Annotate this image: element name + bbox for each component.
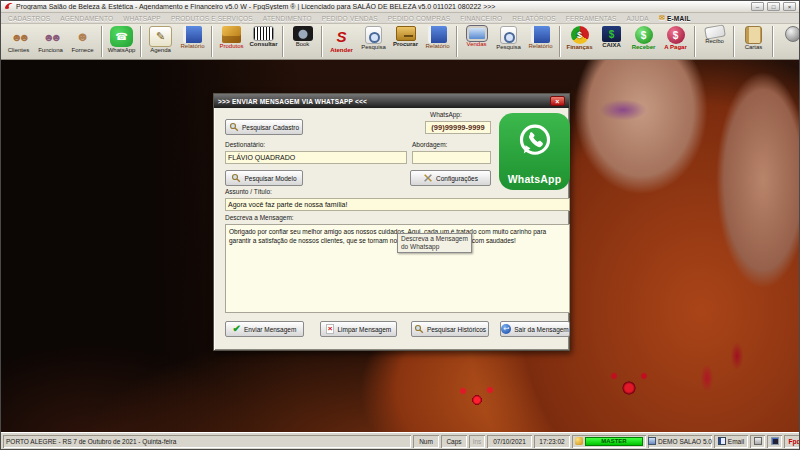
toolbar-button-produtos[interactable]: Produtos <box>216 25 247 50</box>
toolbar-button-relatorio-agenda[interactable]: Relatório <box>177 25 208 50</box>
menu-financeiro[interactable]: FINANCEIRO <box>460 15 502 22</box>
menu-pedido-compras[interactable]: PEDIDO COMPRAS <box>388 15 450 22</box>
status-database: DEMO SALAO 5.0 <box>658 438 712 445</box>
whatsapp-icon <box>110 26 133 47</box>
menu-whatsapp[interactable]: WHATSAPP <box>123 15 161 22</box>
toolbar-button-moedas[interactable] <box>777 25 800 42</box>
menubar: CADASTROS AGENDAMENTO WHATSAPP PRODUTOS … <box>1 13 799 24</box>
toolbar-label: Fornece <box>71 47 93 54</box>
status-email: Email <box>728 438 744 445</box>
toolbar-label: Pesquisa <box>361 44 386 51</box>
toolbar-button-atender[interactable]: Atender <box>326 25 357 54</box>
search-template-label: Pesquisar Modelo <box>244 175 296 182</box>
toolbar-button-pesquisa-vendas[interactable]: Pesquisa <box>493 25 524 51</box>
close-button[interactable]: × <box>783 2 796 11</box>
toolbar-label: Produtos <box>219 43 243 50</box>
toolbar-label: Atender <box>330 47 353 54</box>
approach-field[interactable] <box>412 151 491 164</box>
status-brand: FpqSystem <box>784 435 800 448</box>
tooltip-line2: do Whatsapp <box>401 243 468 251</box>
send-message-button[interactable]: ✔ Enviar Mensagem <box>225 321 304 337</box>
cashier-icon <box>602 26 621 42</box>
search-history-button[interactable]: Pesquisar Históricos <box>411 321 489 337</box>
search-template-button[interactable]: Pesquisar Modelo <box>225 170 303 186</box>
toolbar-separator <box>282 26 284 57</box>
toolbar-separator <box>140 26 142 57</box>
toolbar-button-procurar[interactable]: Procurar <box>390 25 421 48</box>
menu-ajuda[interactable]: AJUDA <box>627 15 649 22</box>
toolbar-button-cartas[interactable]: Cartas <box>738 25 769 51</box>
check-icon: ✔ <box>233 324 241 334</box>
app-logo-icon <box>4 2 13 11</box>
barcode-icon <box>253 26 274 41</box>
toolbar-button-fornecedores[interactable]: Fornece <box>67 25 98 54</box>
clear-icon: × <box>326 324 335 334</box>
send-message-label: Enviar Mensagem <box>244 326 296 333</box>
search-history-label: Pesquisar Históricos <box>427 326 486 333</box>
toolbar-label: Pesquisa <box>496 44 521 51</box>
menu-email[interactable]: ✉E-MAIL <box>659 14 691 22</box>
toolbar-button-caixa[interactable]: CAIXA <box>596 25 627 49</box>
products-icon <box>222 26 241 43</box>
toolbar-label: Funciona <box>38 47 63 54</box>
toolbar-label: Receber <box>632 44 656 51</box>
recipient-field[interactable]: FLÁVIO QUADRADO <box>225 151 407 164</box>
report-icon <box>531 26 550 43</box>
whatsapp-number-label: WhatsApp: <box>430 111 462 119</box>
toolbar-label: Procurar <box>393 41 418 48</box>
menu-agendamento[interactable]: AGENDAMENTO <box>60 15 113 22</box>
toolbar-button-clientes[interactable]: Clientes <box>3 25 34 54</box>
drawer-icon <box>396 26 416 41</box>
dialog-title: >>> ENVIAR MENSAGEM VIA WHATSAPP <<< <box>218 98 367 105</box>
message-label: Descreva a Mensagem: <box>225 214 294 222</box>
maximize-button[interactable]: □ <box>767 2 780 11</box>
search-doc-icon <box>365 26 382 44</box>
magnifier-icon <box>229 122 239 132</box>
exit-message-button[interactable]: ↩ Sair da Mensagem <box>500 321 570 337</box>
settings-button[interactable]: Configurações <box>410 170 491 186</box>
toolbar-button-relatorio-atendimento[interactable]: Relatório <box>422 25 453 50</box>
toolbar-button-agenda[interactable]: Agenda <box>145 25 176 54</box>
dialog-close-button[interactable]: × <box>550 96 565 106</box>
status-database-panel: DEMO SALAO 5.0 <box>648 435 712 448</box>
status-printer-panel[interactable] <box>750 435 765 448</box>
status-email-panel[interactable]: Email <box>714 435 748 448</box>
toolbar-separator <box>772 26 774 57</box>
toolbar-button-whatsapp[interactable]: WhatsApp <box>106 25 137 54</box>
status-user: MASTER <box>585 437 643 446</box>
toolbar-button-pesquisa-atendimento[interactable]: Pesquisa <box>358 25 389 51</box>
toolbar-button-receber[interactable]: Receber <box>628 25 659 51</box>
toolbar-button-funcionarios[interactable]: Funciona <box>35 25 66 54</box>
minimize-button[interactable]: – <box>751 2 764 11</box>
toolbar-button-book[interactable]: Book <box>287 25 318 48</box>
toolbar-label: Finanças <box>566 44 592 51</box>
approach-label: Abordagem: <box>412 141 447 149</box>
toolbar-button-consultar[interactable]: Consultar <box>248 25 279 48</box>
toolbar-separator <box>733 26 735 57</box>
printer-icon <box>754 437 762 445</box>
menu-pedido-vendas[interactable]: PEDIDO VENDAS <box>322 15 378 22</box>
toolbar-button-recibo[interactable]: Recibo <box>699 25 730 45</box>
agenda-icon <box>149 26 172 47</box>
status-monitor-panel[interactable] <box>767 435 782 448</box>
envelope-icon: ✉ <box>659 14 665 22</box>
menu-atendimento[interactable]: ATENDIMENTO <box>263 15 312 22</box>
app-window: Programa Salão de Beleza & Estética - Ag… <box>0 0 800 450</box>
menu-ferramentas[interactable]: FERRAMENTAS <box>566 15 617 22</box>
menu-relatorios[interactable]: RELATÓRIOS <box>512 15 555 22</box>
clear-message-button[interactable]: × Limpar Mensagem <box>320 321 397 337</box>
toolbar-button-financas[interactable]: Finanças <box>564 25 595 51</box>
toolbar-button-vendas[interactable]: Vendas <box>461 25 492 48</box>
toolbar-separator <box>456 26 458 57</box>
status-location: PORTO ALEGRE - RS 7 de Outubro de 2021 -… <box>3 435 411 448</box>
menu-produtos-servicos[interactable]: PRODUTOS E SERVIÇOS <box>171 15 253 22</box>
whatsapp-number-field[interactable]: (99)99999-9999 <box>425 121 491 134</box>
toolbar-label: Consultar <box>249 41 277 48</box>
subject-field[interactable]: Agora você faz parte de nossa família! <box>225 198 570 211</box>
toolbar-button-a-pagar[interactable]: A Pagar <box>660 25 691 51</box>
toolbar-button-relatorio-vendas[interactable]: Relatório <box>525 25 556 50</box>
search-registry-button[interactable]: Pesquisar Cadastro <box>225 119 303 135</box>
letters-icon <box>745 26 762 44</box>
menu-cadastros[interactable]: CADASTROS <box>8 15 50 22</box>
toolbar-separator <box>101 26 103 57</box>
